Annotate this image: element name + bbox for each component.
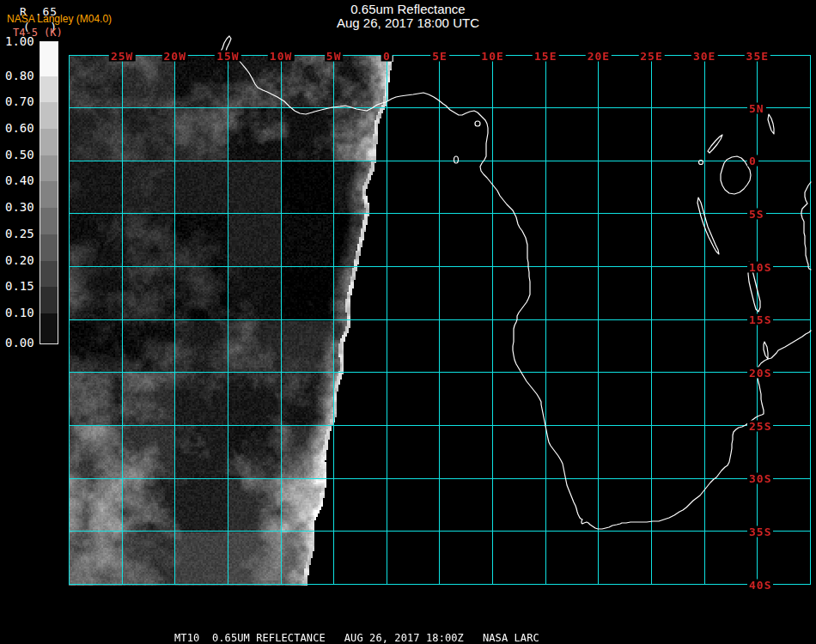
lake-victoria	[721, 156, 751, 194]
lon-label-35E: 35E	[745, 50, 770, 61]
lake-turkana	[768, 114, 774, 134]
lon-label-15W: 15W	[215, 50, 241, 61]
lon-label-5E: 5E	[430, 50, 449, 61]
lat-label-25S: 25S	[747, 420, 773, 431]
lon-label-25E: 25E	[638, 50, 664, 61]
latlon-grid	[70, 55, 811, 585]
lat-label-10S: 10S	[747, 261, 773, 272]
lon-label-20E: 20E	[586, 50, 612, 61]
lat-label-5N: 5N	[747, 102, 766, 113]
lon-label-10E: 10E	[479, 50, 505, 61]
map-overlay	[0, 0, 816, 644]
africa-coastline	[235, 55, 811, 529]
bioko-island	[475, 121, 480, 126]
sao-tome-island	[454, 156, 459, 163]
islands	[454, 121, 481, 163]
lake-albert	[708, 135, 722, 153]
lon-label-30E: 30E	[691, 50, 717, 61]
lat-label-30S: 30S	[747, 473, 773, 484]
lat-label-40S: 40S	[747, 579, 773, 590]
lat-label-35S: 35S	[747, 526, 773, 537]
lake-chilwa	[764, 342, 768, 359]
lon-label-20W: 20W	[162, 50, 188, 61]
lat-label-15S: 15S	[747, 314, 773, 325]
lon-label-25W: 25W	[109, 50, 135, 61]
africa-west-south-coast	[235, 55, 811, 529]
satellite-product-page: 0.65um Reflectance Aug 26, 2017 18:00 UT…	[0, 0, 816, 644]
africa-east-coast	[801, 182, 811, 270]
lat-label-20S: 20S	[747, 367, 773, 378]
footer-caption: MT10 0.65UM REFLECTANCE AUG 26, 2017 18:…	[174, 632, 539, 644]
lat-label-0: 0	[747, 155, 758, 167]
lon-label-0: 0	[381, 50, 393, 61]
lake-tanganyika	[697, 197, 719, 254]
lat-label-5S: 5S	[747, 208, 766, 219]
lon-label-5W: 5W	[325, 50, 344, 61]
lon-label-15E: 15E	[533, 50, 558, 61]
lon-label-10W: 10W	[268, 50, 294, 61]
